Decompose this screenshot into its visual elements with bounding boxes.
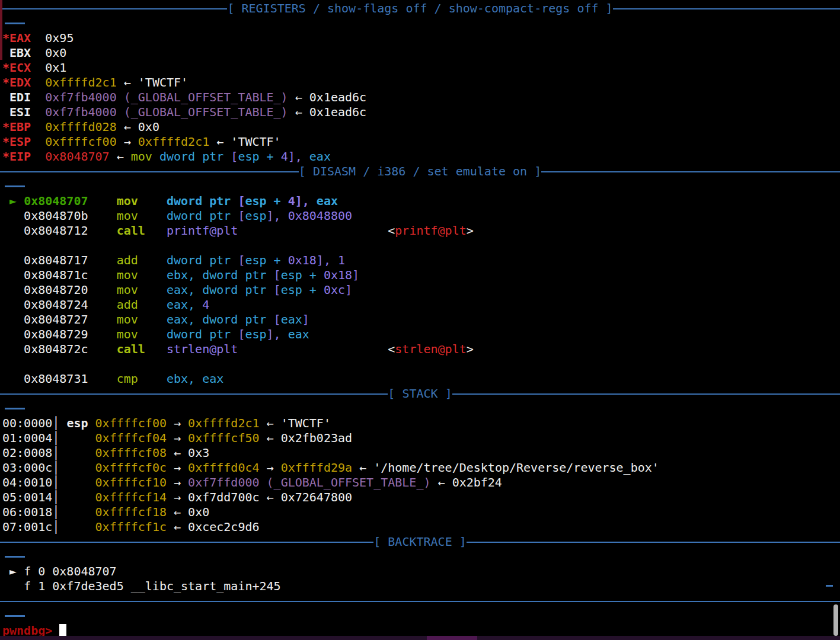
terminal-text-token: 0x2fb023ad bbox=[281, 431, 352, 445]
terminal-text-token: 0x8048724 bbox=[2, 297, 117, 312]
terminal-text-token bbox=[145, 342, 167, 356]
terminal-text-token: 0x0 bbox=[188, 505, 209, 519]
terminal-text-token: eax bbox=[202, 372, 223, 386]
terminal-text-token: → bbox=[167, 475, 188, 489]
terminal-text-token: │ bbox=[52, 416, 66, 430]
terminal-text-token bbox=[88, 416, 95, 430]
terminal-text-token: → bbox=[167, 431, 188, 445]
terminal-text-token: 0x8048727 bbox=[2, 312, 117, 327]
frame-marker-icon: ► bbox=[2, 564, 24, 578]
terminal-text-token bbox=[31, 149, 45, 164]
terminal-text-token: 0x1ead6c bbox=[309, 90, 366, 104]
separator-dash bbox=[5, 408, 25, 409]
terminal-text-token: esp bbox=[245, 209, 266, 223]
terminal-text-token: [ bbox=[238, 209, 245, 223]
terminal-text-token: → bbox=[117, 135, 138, 149]
terminal-text-token: + bbox=[260, 149, 281, 164]
terminal-text-token: 01:0004 bbox=[2, 431, 52, 445]
terminal-text-token: mov bbox=[117, 283, 138, 297]
section-title: [ REGISTERS / show-flags off / show-comp… bbox=[227, 1, 612, 16]
terminal-text-token: 0x8048731 bbox=[2, 372, 117, 386]
terminal-text-token: 0x8048707 bbox=[24, 194, 88, 208]
terminal-text-token: ← bbox=[117, 120, 138, 134]
terminal-text-token: ESI bbox=[2, 105, 31, 119]
terminal-text-token: 4 bbox=[281, 149, 288, 164]
terminal-text-token: ] bbox=[352, 268, 359, 282]
terminal-text-token: eax bbox=[317, 194, 338, 208]
stack-row-03: 03:000c│ 0xffffcf0c → 0xffffd0c4 → 0xfff… bbox=[0, 460, 840, 475]
terminal-text-token: 0x804871c bbox=[2, 268, 117, 282]
terminal-text-token: f 0 0x8048707 bbox=[24, 564, 117, 578]
terminal-text-token: [ bbox=[274, 312, 281, 327]
terminal-text-token: mov bbox=[117, 268, 138, 282]
terminal-text-token: ], bbox=[317, 253, 338, 267]
terminal-text-token: [ bbox=[274, 268, 281, 282]
terminal-text-token: 04:0010 bbox=[2, 475, 52, 489]
terminal-text-token: , bbox=[188, 297, 202, 312]
terminal-text-token: ], bbox=[267, 209, 288, 223]
terminal-text-token: mov bbox=[117, 312, 138, 327]
disasm-row-0x8048729: 0x8048729 mov dword ptr [esp], eax bbox=[0, 327, 840, 342]
register-row-ebp: *EBP 0xffffd028 ← 0x0 bbox=[0, 120, 840, 135]
terminal-text-token: 0x8048720 bbox=[2, 283, 117, 297]
separator-line bbox=[613, 8, 840, 9]
terminal-text-token: │ bbox=[52, 446, 95, 460]
terminal-text-token: cmp bbox=[117, 372, 138, 386]
scrollbar-thumb[interactable] bbox=[833, 604, 838, 636]
terminal-text-token: ← bbox=[260, 490, 281, 504]
terminal-text-token: 0xf7fb4000 (_GLOBAL_OFFSET_TABLE_) bbox=[45, 105, 288, 119]
terminal-text-token: 0x804872c bbox=[2, 342, 117, 356]
terminal-text-token: 0xf7fb4000 (_GLOBAL_OFFSET_TABLE_) bbox=[45, 90, 288, 104]
terminal-text-token: printf@plt bbox=[167, 223, 238, 238]
terminal-text-token: , bbox=[188, 283, 202, 297]
terminal-text-token: 07:001c bbox=[2, 520, 52, 534]
terminal-text-token: 4 bbox=[202, 297, 209, 312]
separator-dash bbox=[5, 556, 25, 558]
terminal-text-token: *ECX bbox=[2, 60, 31, 75]
stack-row-00: 00:0000│ esp 0xffffcf00 → 0xffffd2c1 ← '… bbox=[0, 416, 840, 431]
terminal-text-token: │ bbox=[52, 475, 95, 489]
terminal-text-token: esp bbox=[238, 149, 259, 164]
terminal-text-token: *ESP bbox=[2, 135, 31, 149]
terminal-text-token: 0x8048707 bbox=[45, 149, 109, 164]
terminal-text-token: *EIP bbox=[2, 149, 31, 164]
terminal-text-token bbox=[31, 75, 45, 89]
terminal-text-token: esp bbox=[245, 327, 266, 341]
terminal-text-token bbox=[31, 90, 45, 104]
terminal-text-token: mov bbox=[117, 194, 138, 208]
disasm-row-0x804871c: 0x804871c mov ebx, dword ptr [esp + 0x18… bbox=[0, 268, 840, 283]
terminal-text-token: 0xffffd2c1 bbox=[45, 75, 116, 89]
terminal-text-token: 0xffffd028 bbox=[45, 120, 116, 134]
terminal-text-token: *EBP bbox=[2, 120, 31, 134]
separator-line bbox=[0, 8, 227, 9]
backtrace-header: [ BACKTRACE ] bbox=[0, 535, 840, 549]
terminal-text-token: esp bbox=[245, 253, 266, 267]
terminal-text-token: EBX bbox=[2, 46, 31, 60]
terminal-text-token: │ bbox=[52, 490, 95, 504]
terminal-text-token: 0x18 bbox=[288, 253, 317, 267]
terminal-text-token bbox=[238, 223, 388, 238]
terminal-cursor[interactable] bbox=[59, 624, 66, 637]
terminal-text-token: 0x8048729 bbox=[2, 327, 117, 341]
registers-divider-dash bbox=[0, 16, 840, 31]
separator-line bbox=[0, 171, 299, 172]
backtrace-frame-0: ► f 0 0x8048707 bbox=[0, 564, 840, 579]
terminal-text-token: esp bbox=[66, 416, 88, 430]
terminal-text-token: → bbox=[260, 460, 281, 475]
terminal-text-token: mov bbox=[117, 209, 138, 223]
terminal-text-token: 0xffffcf50 bbox=[188, 431, 259, 445]
stack-row-04: 04:0010│ 0xffffcf10 → 0xf7ffd000 (_GLOBA… bbox=[0, 475, 840, 490]
terminal-text-token bbox=[138, 312, 167, 327]
terminal-text-token: ] bbox=[345, 283, 352, 297]
separator-line bbox=[541, 171, 840, 172]
disasm-row-0x804870b: 0x804870b mov dword ptr [esp], 0x8048800 bbox=[0, 209, 840, 223]
disasm-row-0x8048707-current: ► 0x8048707 mov dword ptr [esp + 4], eax bbox=[0, 194, 840, 209]
current-instruction-marker-icon: ► bbox=[2, 194, 24, 208]
terminal-text-token: eax bbox=[167, 312, 188, 327]
terminal-text-token: 0xffffd2c1 bbox=[138, 135, 209, 149]
terminal-text-token bbox=[138, 283, 167, 297]
terminal-text-token: 0xffffcf14 bbox=[95, 490, 167, 504]
terminal-text-token: + bbox=[267, 253, 288, 267]
terminal-text-token: [ bbox=[274, 283, 281, 297]
terminal-text-token bbox=[138, 327, 167, 341]
